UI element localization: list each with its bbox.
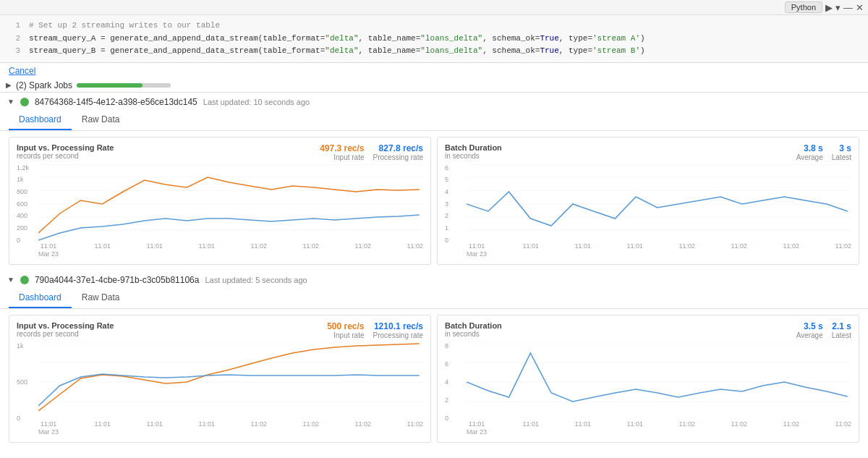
stream-2-y-axis: 1k 500 0	[17, 342, 37, 422]
stream-2-stat-proc-label: Processing rate	[373, 331, 423, 339]
stream-2-batch-avg-label: Average	[796, 331, 823, 339]
stream-1-chart-batch-title: Batch Duration	[445, 143, 502, 152]
stream-1-update: Last updated: 10 seconds ago	[203, 98, 310, 106]
stream-2-x-axis: 11:01Mar 23 11:01 11:01 11:01 11:02 11:0…	[38, 420, 423, 436]
stream-2-id: 790a4044-37e1-4cbe-971b-c3c05b81106a	[35, 275, 200, 285]
stream-1-chart-rate: Input vs. Processing Rate records per se…	[9, 137, 431, 265]
stream-1-stat-proc-value: 827.8 rec/s	[373, 143, 423, 153]
code-bool-2: True	[540, 46, 558, 55]
dropdown-button[interactable]: ▾	[835, 2, 841, 13]
stream-2-arrow[interactable]: ▼	[7, 276, 14, 284]
run-button[interactable]: ▶	[825, 2, 833, 13]
stream-1-rate-svg	[38, 164, 423, 244]
stream-2-chart-rate-title-group: Input vs. Processing Rate records per se…	[17, 321, 114, 338]
stream-1-tab-dashboard[interactable]: Dashboard	[9, 110, 72, 130]
close-button[interactable]: ✕	[856, 2, 864, 13]
code-var-b: stream_query_B = generate_and_append_dat…	[29, 46, 325, 55]
stream-2: ▼ 790a4044-37e1-4cbe-971b-c3c05b81106a L…	[0, 271, 868, 449]
stream-1-charts: Input vs. Processing Rate records per se…	[0, 131, 868, 271]
code-line-1: 1 # Set up 2 streaming writes to our tab…	[0, 20, 868, 33]
stream-1-batch-y-axis: 6 5 4 3 2 1 0	[445, 164, 465, 244]
code-bool-1: True	[540, 34, 558, 43]
stream-2-chart-rate: Input vs. Processing Rate records per se…	[9, 315, 431, 443]
code-string-2: "loans_delta"	[420, 34, 482, 43]
page: Python ▶ ▾ — ✕ 1 # Set up 2 streaming wr…	[0, 0, 868, 458]
stream-2-update: Last updated: 5 seconds ago	[205, 276, 307, 284]
stream-2-tab-rawdata[interactable]: Raw Data	[72, 288, 130, 308]
stream-1-id: 84764368-14f5-4e12-a398-e56ce13dc145	[35, 97, 197, 107]
stream-2-chart-batch-title-group: Batch Duration in seconds	[445, 321, 502, 338]
spark-jobs-row: ▶ (2) Spark Jobs	[0, 79, 868, 92]
stream-1-chart-batch-area: 6 5 4 3 2 1 0	[445, 164, 851, 258]
stream-2-batch-y-axis: 8 6 4 2 0	[445, 342, 465, 422]
stream-2-batch-svg	[467, 342, 851, 422]
stream-2-stat-input-label: Input rate	[327, 331, 364, 339]
stream-2-chart-rate-area: 1k 500 0	[17, 342, 423, 436]
minimize-button[interactable]: —	[843, 2, 853, 13]
stream-1-chart-batch-header: Batch Duration in seconds 3.8 s Average …	[445, 143, 851, 161]
stream-1-x-axis: 11:01Mar 23 11:01 11:01 11:01 11:02 11:0…	[38, 242, 423, 258]
stream-2-stat-proc: 1210.1 rec/s Processing rate	[373, 321, 423, 339]
stream-2-chart-rate-header: Input vs. Processing Rate records per se…	[17, 321, 423, 339]
code-section: Python ▶ ▾ — ✕ 1 # Set up 2 streaming wr…	[0, 0, 868, 93]
stream-1-batch-svg	[467, 164, 851, 244]
stream-1-arrow[interactable]: ▼	[7, 98, 14, 106]
stream-2-stat-proc-value: 1210.1 rec/s	[373, 321, 423, 331]
stream-1-header: ▼ 84764368-14f5-4e12-a398-e56ce13dc145 L…	[0, 93, 868, 110]
stream-2-rate-svg	[38, 342, 423, 422]
code-string-4: "delta"	[325, 46, 358, 55]
stream-2-batch-x-axis: 11:01Mar 23 11:01 11:01 11:01 11:02 11:0…	[467, 420, 851, 436]
streams-section: ▼ 84764368-14f5-4e12-a398-e56ce13dc145 L…	[0, 93, 868, 458]
language-selector[interactable]: Python	[785, 1, 822, 13]
stream-2-charts: Input vs. Processing Rate records per se…	[0, 309, 868, 449]
stream-1-y-axis: 1.2k 1k 800 600 400 200 0	[17, 164, 37, 244]
stream-1-stat-input: 497.3 rec/s Input rate	[320, 143, 364, 161]
stream-1-chart-batch-subtitle: in seconds	[445, 152, 502, 160]
stream-1-status-dot	[20, 98, 29, 106]
stream-2-tab-dashboard[interactable]: Dashboard	[9, 288, 72, 308]
stream-1-chart-rate-title: Input vs. Processing Rate	[17, 143, 114, 152]
stream-1: ▼ 84764368-14f5-4e12-a398-e56ce13dc145 L…	[0, 93, 868, 271]
stream-2-chart-batch-area: 8 6 4 2 0	[445, 342, 851, 436]
stream-1-chart-rate-header: Input vs. Processing Rate records per se…	[17, 143, 423, 161]
stream-1-chart-batch: Batch Duration in seconds 3.8 s Average …	[437, 137, 859, 265]
stream-1-chart-batch-stats: 3.8 s Average 3 s Latest	[796, 143, 851, 161]
stream-2-batch-avg-value: 3.5 s	[796, 321, 823, 331]
code-editor: 1 # Set up 2 streaming writes to our tab…	[0, 15, 868, 63]
code-string-5: "loans_delta"	[420, 46, 482, 55]
stream-2-chart-batch: Batch Duration in seconds 3.5 s Average …	[437, 315, 859, 443]
stream-1-tab-rawdata[interactable]: Raw Data	[72, 110, 130, 130]
stream-2-batch-latest-label: Latest	[832, 331, 851, 339]
stream-1-stat-input-label: Input rate	[320, 153, 364, 161]
cancel-button[interactable]: Cancel	[9, 66, 35, 76]
stream-2-batch-latest: 2.1 s Latest	[832, 321, 851, 339]
stream-2-batch-latest-value: 2.1 s	[832, 321, 851, 331]
stream-2-chart-batch-stats: 3.5 s Average 2.1 s Latest	[796, 321, 851, 339]
stream-2-header: ▼ 790a4044-37e1-4cbe-971b-c3c05b81106a L…	[0, 271, 868, 288]
stream-2-chart-rate-title: Input vs. Processing Rate	[17, 321, 114, 330]
stream-1-stat-proc: 827.8 rec/s Processing rate	[373, 143, 423, 161]
cancel-row: Cancel	[0, 63, 868, 79]
spark-jobs-label: (2) Spark Jobs	[16, 80, 72, 90]
stream-1-batch-latest-label: Latest	[832, 153, 851, 161]
stream-2-chart-batch-header: Batch Duration in seconds 3.5 s Average …	[445, 321, 851, 339]
stream-1-batch-latest: 3 s Latest	[832, 143, 851, 161]
stream-2-chart-rate-subtitle: records per second	[17, 330, 114, 338]
code-line-2: 2 stream_query_A = generate_and_append_d…	[0, 33, 868, 46]
code-var: stream_query_A = generate_and_append_dat…	[29, 34, 325, 43]
code-line-3: 3 stream_query_B = generate_and_append_d…	[0, 45, 868, 58]
stream-1-batch-avg: 3.8 s Average	[796, 143, 823, 161]
stream-1-stat-input-value: 497.3 rec/s	[320, 143, 364, 153]
stream-1-chart-rate-title-group: Input vs. Processing Rate records per se…	[17, 143, 114, 160]
stream-1-batch-x-axis: 11:01Mar 23 11:01 11:01 11:01 11:02 11:0…	[467, 242, 851, 258]
code-string-1: "delta"	[325, 34, 358, 43]
spark-jobs-arrow[interactable]: ▶	[6, 81, 12, 89]
stream-1-batch-latest-value: 3 s	[832, 143, 851, 153]
stream-2-stat-input-value: 500 rec/s	[327, 321, 364, 331]
stream-2-stat-input: 500 rec/s Input rate	[327, 321, 364, 339]
stream-2-batch-avg: 3.5 s Average	[796, 321, 823, 339]
stream-2-status-dot	[20, 276, 29, 284]
stream-1-chart-rate-subtitle: records per second	[17, 152, 114, 160]
stream-1-tabs: Dashboard Raw Data	[0, 110, 868, 131]
stream-2-chart-batch-subtitle: in seconds	[445, 330, 502, 338]
